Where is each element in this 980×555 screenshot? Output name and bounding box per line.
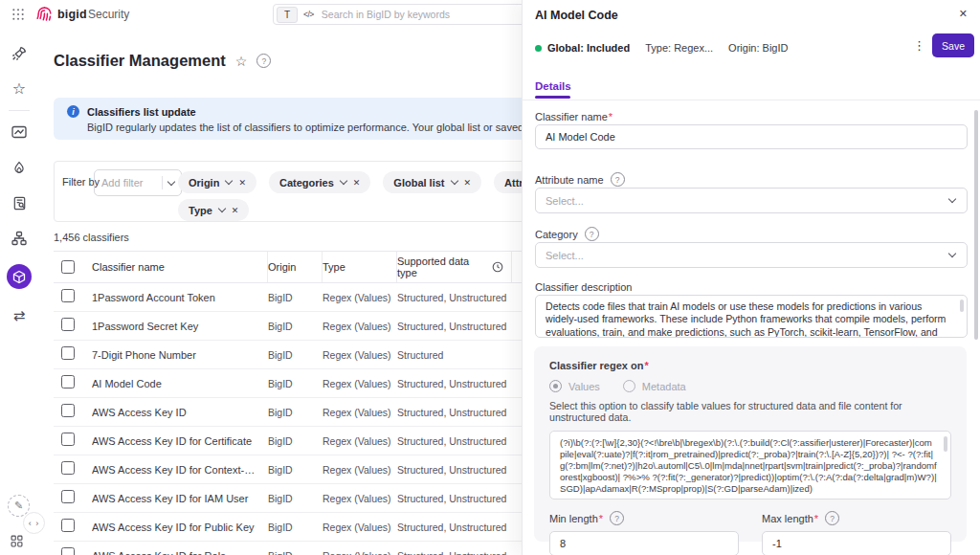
row-checkbox[interactable]	[61, 461, 75, 475]
origin-cell: BigID	[268, 378, 323, 389]
row-checkbox[interactable]	[61, 519, 75, 532]
remove-filter-icon[interactable]	[464, 178, 472, 188]
page-title-text: Classifier Management	[54, 52, 226, 70]
chevron-down-icon[interactable]	[218, 205, 226, 212]
scrollbar-thumb[interactable]	[960, 300, 964, 312]
row-checkbox[interactable]	[61, 375, 75, 388]
filter-chip[interactable]: Origin	[178, 171, 256, 193]
row-checkbox[interactable]	[61, 289, 75, 302]
origin-cell: BigID	[268, 435, 323, 447]
collapse-icon[interactable]	[23, 512, 45, 534]
supported-data-type-cell: Structured, Unstructured	[397, 550, 512, 555]
dashboard-icon[interactable]	[10, 122, 29, 142]
help-icon[interactable]	[611, 172, 625, 187]
header-classifier-name[interactable]: Classifier name	[92, 252, 268, 282]
min-length-label: Min length	[549, 513, 603, 524]
filter-chip-label: Categories	[279, 177, 334, 189]
panel-scrollbar[interactable]	[974, 110, 978, 340]
origin-cell: BigID	[268, 321, 323, 332]
header-origin[interactable]: Origin	[268, 252, 323, 282]
radio-values[interactable]: Values	[549, 380, 600, 392]
classifier-name-cell: 7-Digit Phone Number	[92, 349, 268, 361]
report-icon[interactable]	[10, 193, 29, 212]
regex-textarea[interactable]: (?i)\b(?:(?:[\w]{2,30}(?<!\bre\b|\bregex…	[549, 431, 951, 500]
row-checkbox[interactable]	[61, 318, 75, 331]
tab-details[interactable]: Details	[535, 80, 571, 92]
select-all-checkbox[interactable]	[61, 260, 75, 274]
classifier-name-input[interactable]	[535, 124, 968, 149]
help-icon[interactable]	[256, 54, 271, 68]
add-filter-input[interactable]: Add filter	[94, 169, 182, 196]
row-checkbox[interactable]	[61, 490, 75, 503]
classifier-name-cell: AI Model Code	[92, 378, 268, 389]
apps-grid-icon[interactable]	[11, 8, 25, 25]
classifiers-cube-icon[interactable]	[7, 264, 32, 289]
classifier-name-cell: 1Password Secret Key	[92, 321, 268, 332]
header-type[interactable]: Type	[323, 252, 397, 282]
row-checkbox[interactable]	[61, 346, 75, 360]
help-icon[interactable]	[610, 511, 624, 525]
chevron-down-icon[interactable]	[340, 177, 347, 185]
radio-unselected-icon	[623, 380, 635, 392]
row-checkbox[interactable]	[61, 547, 75, 555]
filter-chip[interactable]: Global list	[383, 171, 481, 193]
global-search[interactable]: T </>	[273, 4, 541, 25]
divider	[162, 176, 163, 189]
tab-divider	[523, 100, 980, 100]
remove-filter-icon[interactable]	[232, 206, 239, 215]
type-cell: Regex (Values)	[323, 321, 397, 332]
swap-arrows-icon[interactable]	[10, 305, 29, 324]
supported-data-type-cell: Structured, Unstructured	[397, 464, 512, 476]
search-input[interactable]	[320, 8, 540, 21]
filter-chip-label: Type	[189, 205, 212, 216]
help-icon[interactable]	[585, 227, 599, 241]
filter-chip[interactable]: Categories	[269, 171, 370, 193]
supported-data-type-cell: Structured, Unstructured	[397, 407, 512, 418]
panel-title: AI Model Code	[535, 9, 618, 22]
chevron-down-icon[interactable]	[450, 177, 457, 185]
max-length-input[interactable]	[762, 531, 951, 555]
classifier-name-cell: AWS Access Key ID for Public Key	[92, 522, 268, 533]
classifier-name-cell: AWS Access Key ID for IAM User	[92, 493, 268, 504]
origin-cell: BigID	[268, 464, 323, 476]
supported-data-type-cell: Structured, Unstructured	[397, 292, 512, 303]
search-code-toggle[interactable]: </>	[303, 10, 314, 19]
scrollbar-thumb[interactable]	[944, 436, 947, 452]
regex-on-label: Classifier regex on	[549, 360, 649, 371]
save-button[interactable]: Save	[932, 33, 974, 57]
row-checkbox[interactable]	[61, 404, 75, 417]
description-textarea[interactable]: Detects code files that train AI models …	[535, 295, 968, 338]
origin-status: Origin: BigID	[728, 42, 788, 54]
help-icon[interactable]	[825, 511, 839, 525]
sitemap-icon[interactable]	[10, 229, 29, 248]
supported-data-type-cell: Structured, Unstructured	[397, 493, 512, 504]
grid-icon[interactable]	[10, 534, 24, 552]
type-cell: Regex (Values)	[323, 522, 397, 533]
clock-icon[interactable]	[492, 261, 503, 273]
regex-card: Classifier regex on Values Metadata Sele…	[534, 346, 967, 542]
tab-underline	[535, 96, 570, 99]
min-length-input[interactable]	[549, 531, 739, 555]
search-text-toggle[interactable]: T	[277, 7, 298, 23]
radio-metadata[interactable]: Metadata	[623, 380, 686, 392]
category-select[interactable]: Select...	[535, 242, 968, 268]
close-icon[interactable]	[959, 8, 968, 20]
remove-filter-icon[interactable]	[353, 178, 361, 188]
origin-cell: BigID	[268, 349, 323, 361]
flame-icon[interactable]	[10, 158, 29, 177]
header-supported-data-type[interactable]: Supported data type	[397, 255, 492, 278]
star-icon[interactable]	[10, 79, 29, 99]
supported-data-type-cell: Structured, Unstructured	[397, 435, 512, 447]
chevron-down-icon[interactable]	[225, 177, 233, 185]
rocket-icon[interactable]	[10, 44, 29, 63]
classifier-name-cell: AWS Access Key ID for Context-Specific .…	[92, 464, 268, 476]
type-status: Type: Regex...	[645, 42, 713, 54]
filter-chip[interactable]: Type	[178, 199, 249, 221]
chevron-down-icon[interactable]	[167, 177, 175, 185]
favorite-star-icon[interactable]	[235, 54, 248, 69]
row-checkbox[interactable]	[61, 433, 75, 446]
attribute-name-select[interactable]: Select...	[535, 188, 968, 213]
remove-filter-icon[interactable]	[238, 178, 246, 188]
supported-data-type-cell: Structured, Unstructured	[397, 378, 512, 389]
kebab-menu-icon[interactable]	[913, 38, 924, 53]
